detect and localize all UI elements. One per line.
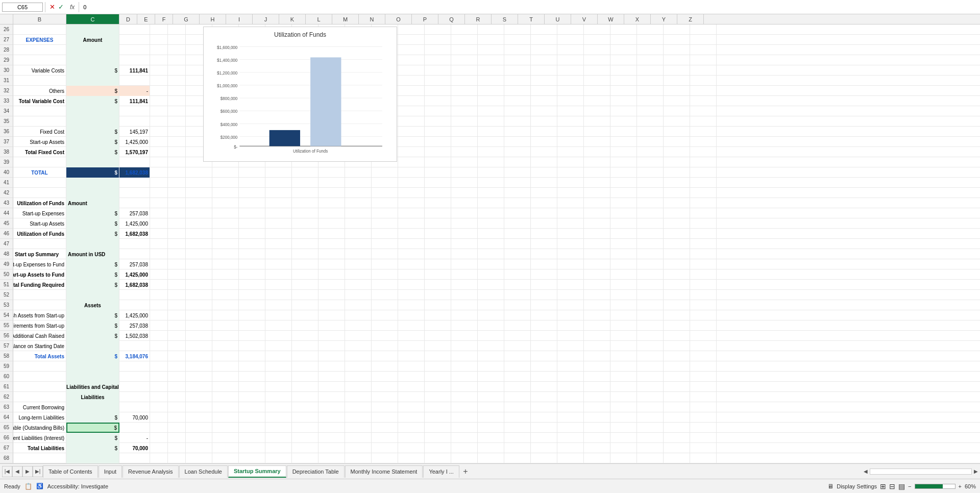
cell-N51[interactable]	[372, 280, 398, 290]
cell-P37[interactable]	[425, 137, 451, 147]
cell-X59[interactable]	[637, 361, 664, 372]
cell-X62[interactable]	[637, 392, 664, 402]
cell-I47[interactable]	[239, 239, 265, 249]
cell-W32[interactable]	[610, 86, 637, 96]
cell-J47[interactable]	[265, 239, 292, 249]
cell-D55[interactable]: 257,038	[119, 321, 150, 331]
cell-O56[interactable]	[398, 331, 425, 341]
cell-S64[interactable]	[504, 412, 531, 423]
cell-B35[interactable]	[13, 116, 66, 127]
cell-Z49[interactable]	[690, 259, 717, 269]
cell-K43[interactable]	[292, 198, 318, 208]
name-box[interactable]	[2, 3, 43, 12]
cell-L45[interactable]	[318, 218, 345, 229]
col-header-v[interactable]: V	[571, 14, 598, 24]
cell-I52[interactable]	[239, 290, 265, 300]
cell-V58[interactable]	[584, 351, 610, 361]
cell-S57[interactable]	[504, 341, 531, 351]
cell-B41[interactable]	[13, 178, 66, 188]
cell-K47[interactable]	[292, 239, 318, 249]
cell-D68[interactable]	[119, 453, 150, 463]
cell-D53[interactable]	[119, 300, 150, 310]
cell-N42[interactable]	[372, 188, 398, 198]
cell-F63[interactable]	[168, 402, 186, 412]
cell-Z46[interactable]	[690, 229, 717, 239]
cell-K62[interactable]	[292, 392, 318, 402]
cell-C40[interactable]: $	[66, 167, 119, 178]
cell-T39[interactable]	[531, 157, 557, 167]
cell-L55[interactable]	[318, 321, 345, 331]
cell-G55[interactable]	[186, 321, 212, 331]
cell-P35[interactable]	[425, 116, 451, 127]
grid-row-39[interactable]	[13, 157, 980, 167]
cell-S42[interactable]	[504, 188, 531, 198]
cell-L67[interactable]	[318, 443, 345, 453]
cell-Z34[interactable]	[690, 106, 717, 116]
cell-B47[interactable]	[13, 239, 66, 249]
cell-G53[interactable]	[186, 300, 212, 310]
col-header-m[interactable]: M	[332, 14, 359, 24]
cell-S43[interactable]	[504, 198, 531, 208]
cell-W60[interactable]	[610, 372, 637, 382]
cell-S60[interactable]	[504, 372, 531, 382]
cell-O27[interactable]	[398, 35, 425, 45]
cell-X34[interactable]	[637, 106, 664, 116]
cell-C56[interactable]: $	[66, 331, 119, 341]
cell-U33[interactable]	[557, 96, 584, 106]
cell-C39[interactable]	[66, 157, 119, 167]
cell-D36[interactable]: 145,197	[119, 127, 150, 137]
cell-F26[interactable]	[168, 24, 186, 35]
cell-Y40[interactable]	[664, 167, 690, 178]
cell-I59[interactable]	[239, 361, 265, 372]
cell-M46[interactable]	[345, 229, 372, 239]
cell-P48[interactable]	[425, 249, 451, 259]
cell-T66[interactable]	[531, 433, 557, 443]
cell-U56[interactable]	[557, 331, 584, 341]
cell-W33[interactable]	[610, 96, 637, 106]
cell-X47[interactable]	[637, 239, 664, 249]
cell-V51[interactable]	[584, 280, 610, 290]
cell-Z36[interactable]	[690, 127, 717, 137]
cell-Q30[interactable]	[451, 65, 478, 76]
cell-B61[interactable]	[13, 382, 66, 392]
cell-S36[interactable]	[504, 127, 531, 137]
cell-U53[interactable]	[557, 300, 584, 310]
col-header-z[interactable]: Z	[677, 14, 704, 24]
cell-X61[interactable]	[637, 382, 664, 392]
cell-U51[interactable]	[557, 280, 584, 290]
cell-C29[interactable]	[66, 55, 119, 65]
cell-O34[interactable]	[398, 106, 425, 116]
cell-L54[interactable]	[318, 310, 345, 321]
cell-J50[interactable]	[265, 269, 292, 280]
cell-W47[interactable]	[610, 239, 637, 249]
cell-Z37[interactable]	[690, 137, 717, 147]
cell-I54[interactable]	[239, 310, 265, 321]
cell-T45[interactable]	[531, 218, 557, 229]
cell-H62[interactable]	[212, 392, 239, 402]
cell-R34[interactable]	[478, 106, 504, 116]
cell-Y33[interactable]	[664, 96, 690, 106]
cell-D51[interactable]: 1,682,038	[119, 280, 150, 290]
col-header-p[interactable]: P	[412, 14, 438, 24]
cell-L43[interactable]	[318, 198, 345, 208]
cell-X31[interactable]	[637, 76, 664, 86]
cell-F58[interactable]	[168, 351, 186, 361]
cell-V61[interactable]	[584, 382, 610, 392]
cell-V62[interactable]	[584, 392, 610, 402]
cell-W52[interactable]	[610, 290, 637, 300]
cell-J57[interactable]	[265, 341, 292, 351]
cell-O66[interactable]	[398, 433, 425, 443]
cell-Z68[interactable]	[690, 453, 717, 463]
cell-Y46[interactable]	[664, 229, 690, 239]
cell-R55[interactable]	[478, 321, 504, 331]
cell-S31[interactable]	[504, 76, 531, 86]
grid-row-31[interactable]	[13, 76, 980, 86]
cell-F55[interactable]	[168, 321, 186, 331]
cell-D46[interactable]: 1,682,038	[119, 229, 150, 239]
cell-E27[interactable]	[150, 35, 168, 45]
cell-X43[interactable]	[637, 198, 664, 208]
cell-L48[interactable]	[318, 249, 345, 259]
col-header-t[interactable]: T	[518, 14, 545, 24]
cell-O36[interactable]	[398, 127, 425, 137]
cell-U68[interactable]	[557, 453, 584, 463]
